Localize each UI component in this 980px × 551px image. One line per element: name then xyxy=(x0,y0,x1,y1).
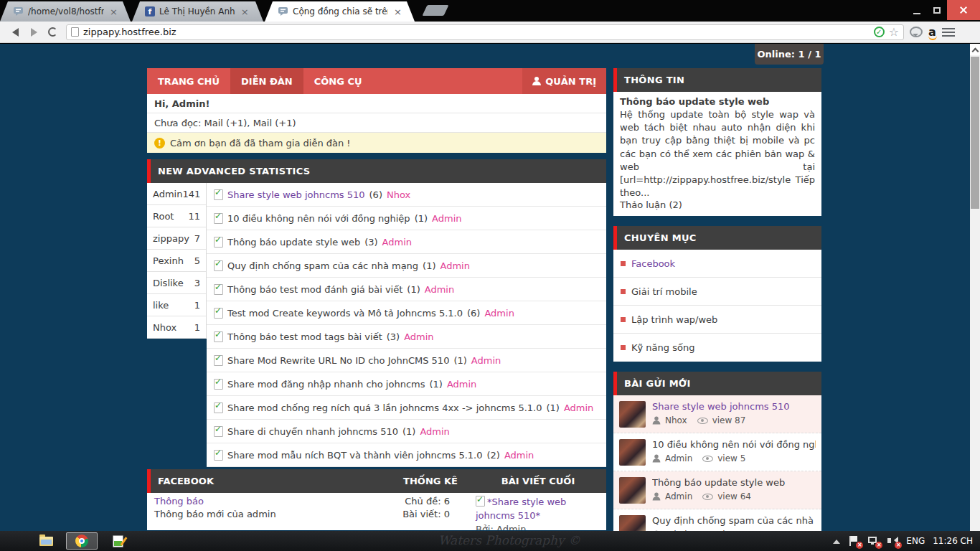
post-title-link[interactable]: Thông báo update style web xyxy=(652,477,816,488)
stat-name[interactable]: like xyxy=(153,300,169,311)
topic-title-link[interactable]: Share style web johncms 510 xyxy=(227,189,365,200)
topic-title-link[interactable]: Test mod Create keywords và Mô tả Johncm… xyxy=(227,308,463,319)
nav-item-quan-tri[interactable]: QUẢN TRỊ xyxy=(522,68,606,94)
topic-poster-link[interactable]: Admin xyxy=(471,355,501,366)
topic-poster-link[interactable]: Admin xyxy=(420,426,449,437)
scroll-up-button[interactable] xyxy=(970,44,980,55)
stat-name[interactable]: Nhox xyxy=(153,322,176,333)
reload-button[interactable] xyxy=(43,24,62,41)
topic-title-link[interactable]: Share mod đăng nhập nhanh cho johncms xyxy=(227,379,425,390)
info-header: THÔNG TIN xyxy=(613,68,821,92)
stat-name[interactable]: zippapy xyxy=(153,233,189,244)
security-check-icon[interactable]: ✓ xyxy=(874,27,885,37)
topic-poster-link[interactable]: Admin xyxy=(504,450,534,461)
taskbar-notepad-button[interactable] xyxy=(102,532,133,550)
page-viewport: Online: 1 / 1 TRANG CHỦDIỄN ĐÀNCÔNG CỤ Q… xyxy=(0,44,980,531)
info-box: Thông báo update style web Hệ thống upda… xyxy=(613,92,821,216)
topic-title-link[interactable]: Thông báo test mod tags bài viết xyxy=(227,331,382,342)
post-views: view 87 xyxy=(712,415,746,425)
topic-title-link[interactable]: Share di chuyển nhanh johncms 510 xyxy=(227,426,398,437)
category-item-k-n-ng-s-ng[interactable]: Kỹ năng sống xyxy=(613,334,821,362)
folder-icon xyxy=(39,537,53,546)
topic-poster-link[interactable]: Admin xyxy=(382,237,412,248)
back-button[interactable] xyxy=(6,24,24,41)
topic-title-link[interactable]: Thông báo test mod đánh giá bài viết xyxy=(227,284,402,295)
post-meta: Adminview 5 xyxy=(652,453,816,463)
url-text[interactable]: zippapy.hostfree.biz xyxy=(83,27,870,37)
stat-name[interactable]: Root xyxy=(153,211,174,222)
topic-poster-link[interactable]: Admin xyxy=(564,402,593,413)
last-post-link[interactable]: *Share style web johncms 510* xyxy=(476,496,566,521)
unread-mail-text[interactable]: Chưa đọc: Mail (+1), Mail (+1) xyxy=(147,113,606,133)
post-author[interactable]: Admin xyxy=(665,491,692,501)
post-author[interactable]: Nhox xyxy=(665,415,687,425)
tab-close-icon[interactable]: × xyxy=(110,6,118,17)
browser-scrollbar[interactable] xyxy=(970,44,980,531)
topic-poster-link[interactable]: Admin xyxy=(404,331,433,342)
topic-reply-count: (6) xyxy=(467,308,480,319)
stat-name[interactable]: Pexinh xyxy=(153,255,184,266)
taskbar-explorer-button[interactable] xyxy=(30,532,62,550)
topic-title-link[interactable]: Share Mod Rewrite URL No ID cho JohnCMS … xyxy=(227,355,449,366)
facebook-column-header: FACEBOOK xyxy=(151,476,391,486)
new-post-item[interactable]: Share style web johncms 510Nhoxview 87 xyxy=(613,395,821,433)
volume-icon[interactable]: × xyxy=(887,536,898,546)
post-author[interactable]: Admin xyxy=(665,453,692,463)
stat-name[interactable]: Dislike xyxy=(153,278,184,288)
tab[interactable]: /home/vol8/hostfree.biz/f× xyxy=(0,1,131,22)
topic-title-link[interactable]: 10 điều không nên nói với đồng nghiệp xyxy=(227,213,410,224)
category-item-gi-i-tr-mobile[interactable]: Giải trí mobile xyxy=(613,278,821,306)
tab[interactable]: fLê Thị Huyền Anh× xyxy=(132,1,263,22)
new-post-item[interactable]: 10 điều không nên nói với đồng nghiệpAdm… xyxy=(613,433,821,471)
topic-title-link[interactable]: Share mod chống reg ních quá 3 lần johnc… xyxy=(227,402,542,413)
topic-title-link[interactable]: Thông báo update style web xyxy=(227,237,360,248)
new-post-item[interactable]: Thông báo update style webAdminview 64 xyxy=(613,471,821,509)
stat-name[interactable]: Admin xyxy=(153,189,182,199)
info-discussion-link[interactable]: Thảo luận (2) xyxy=(620,199,815,210)
topic-poster-link[interactable]: Admin xyxy=(425,284,454,295)
forum-link[interactable]: Thông báo xyxy=(154,496,384,507)
topic-poster-link[interactable]: Admin xyxy=(432,213,461,224)
topic-poster-link[interactable]: Admin xyxy=(447,379,476,390)
language-indicator[interactable]: ENG xyxy=(906,536,925,546)
extension-amazon-icon[interactable]: a xyxy=(928,27,936,38)
extension-bubble-icon[interactable] xyxy=(910,27,923,37)
category-item-facebook[interactable]: Facebook xyxy=(613,250,821,278)
nav-item-trang-chủ[interactable]: TRANG CHỦ xyxy=(147,68,230,94)
taskbar-chrome-button[interactable] xyxy=(66,532,98,550)
network-icon[interactable]: × xyxy=(867,536,879,546)
topic-reply-count: (3) xyxy=(364,237,377,248)
bookmark-star-icon[interactable]: ☆ xyxy=(889,25,899,39)
chrome-menu-button[interactable] xyxy=(942,28,955,37)
category-item-l-p-tr-nh-wap-web[interactable]: Lập trình wap/web xyxy=(613,306,821,334)
clock[interactable]: 11:26 CH xyxy=(933,536,973,546)
post-title-link[interactable]: Quy định chống spam của các nhà mạng xyxy=(652,515,816,526)
minimize-button[interactable] xyxy=(907,0,927,20)
action-center-icon[interactable]: × xyxy=(848,536,859,546)
tab-close-icon[interactable]: × xyxy=(241,6,249,17)
checked-doc-icon xyxy=(214,450,223,461)
new-tab-button[interactable] xyxy=(423,5,449,16)
topic-poster-link[interactable]: Nhox xyxy=(387,189,410,200)
scrollbar-thumb[interactable] xyxy=(971,57,979,209)
stat-row: like1 xyxy=(147,294,206,316)
tab-close-icon[interactable]: × xyxy=(394,6,402,17)
nav-item-diễn-đàn[interactable]: DIỄN ĐÀN xyxy=(230,68,303,94)
person-icon xyxy=(653,493,661,501)
maximize-button[interactable] xyxy=(927,0,947,20)
forward-button[interactable] xyxy=(24,24,43,41)
checked-doc-icon xyxy=(214,189,223,200)
tray-expand-icon[interactable] xyxy=(833,536,840,544)
post-title-link[interactable]: Share style web johncms 510 xyxy=(652,401,816,412)
post-title-link[interactable]: 10 điều không nên nói với đồng nghiệp xyxy=(652,439,816,450)
tab-active[interactable]: Cộng đồng chia sẽ trên m× xyxy=(265,1,415,22)
post-views: view 64 xyxy=(717,491,751,501)
close-button[interactable] xyxy=(947,0,980,20)
topic-poster-link[interactable]: Admin xyxy=(484,308,514,319)
topic-title-link[interactable]: Share mod mẫu ních BQT và thành viên joh… xyxy=(227,450,482,461)
address-bar[interactable]: zippapy.hostfree.biz ✓ ☆ xyxy=(66,24,904,40)
chevron-up-icon xyxy=(971,47,979,55)
topic-title-link[interactable]: Quy định chống spam của các nhà mạng xyxy=(227,260,418,271)
topic-poster-link[interactable]: Admin xyxy=(440,260,470,271)
nav-item-công-cụ[interactable]: CÔNG CỤ xyxy=(303,68,373,94)
